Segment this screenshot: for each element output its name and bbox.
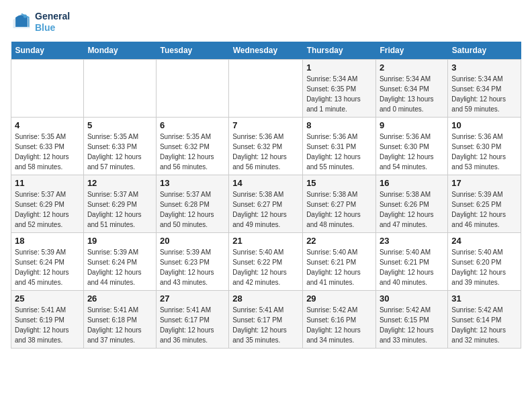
day-info: Sunrise: 5:36 AM Sunset: 6:31 PM Dayligh… bbox=[306, 132, 372, 172]
day-number: 30 bbox=[380, 293, 444, 304]
day-number: 7 bbox=[232, 120, 299, 130]
calendar-cell: 10Sunrise: 5:36 AM Sunset: 6:30 PM Dayli… bbox=[448, 117, 521, 175]
calendar-cell: 22Sunrise: 5:40 AM Sunset: 6:21 PM Dayli… bbox=[303, 232, 376, 290]
calendar-cell bbox=[156, 59, 228, 117]
svg-point-2 bbox=[24, 14, 27, 17]
day-info: Sunrise: 5:34 AM Sunset: 6:34 PM Dayligh… bbox=[380, 74, 444, 114]
calendar-cell: 25Sunrise: 5:41 AM Sunset: 6:19 PM Dayli… bbox=[11, 290, 84, 348]
day-number: 28 bbox=[232, 293, 299, 304]
day-info: Sunrise: 5:38 AM Sunset: 6:27 PM Dayligh… bbox=[232, 189, 299, 230]
calendar-cell: 14Sunrise: 5:38 AM Sunset: 6:27 PM Dayli… bbox=[229, 175, 303, 232]
day-info: Sunrise: 5:41 AM Sunset: 6:18 PM Dayligh… bbox=[87, 305, 152, 345]
day-info: Sunrise: 5:40 AM Sunset: 6:21 PM Dayligh… bbox=[380, 247, 444, 287]
day-number: 4 bbox=[15, 120, 80, 130]
calendar-cell: 1Sunrise: 5:34 AM Sunset: 6:35 PM Daylig… bbox=[303, 59, 376, 117]
calendar-table: SundayMondayTuesdayWednesdayThursdayFrid… bbox=[11, 42, 521, 349]
day-number: 11 bbox=[15, 178, 80, 188]
day-number: 2 bbox=[380, 62, 444, 73]
calendar-cell: 21Sunrise: 5:40 AM Sunset: 6:22 PM Dayli… bbox=[229, 232, 303, 290]
calendar-cell: 31Sunrise: 5:42 AM Sunset: 6:14 PM Dayli… bbox=[448, 290, 521, 348]
calendar-cell bbox=[229, 59, 303, 117]
calendar-cell: 2Sunrise: 5:34 AM Sunset: 6:34 PM Daylig… bbox=[375, 59, 447, 117]
day-number: 16 bbox=[380, 178, 444, 188]
calendar-cell: 26Sunrise: 5:41 AM Sunset: 6:18 PM Dayli… bbox=[83, 290, 156, 348]
day-number: 29 bbox=[306, 293, 372, 304]
day-info: Sunrise: 5:42 AM Sunset: 6:16 PM Dayligh… bbox=[306, 305, 372, 345]
day-number: 12 bbox=[87, 178, 152, 188]
day-number: 14 bbox=[232, 178, 299, 188]
day-number: 19 bbox=[87, 236, 152, 246]
day-info: Sunrise: 5:35 AM Sunset: 6:32 PM Dayligh… bbox=[160, 132, 225, 172]
calendar-body: 1Sunrise: 5:34 AM Sunset: 6:35 PM Daylig… bbox=[11, 59, 521, 348]
calendar-cell bbox=[11, 59, 84, 117]
day-info: Sunrise: 5:34 AM Sunset: 6:34 PM Dayligh… bbox=[451, 74, 517, 114]
calendar-cell: 9Sunrise: 5:36 AM Sunset: 6:30 PM Daylig… bbox=[375, 117, 447, 175]
day-number: 23 bbox=[380, 236, 444, 246]
calendar-week-3: 11Sunrise: 5:37 AM Sunset: 6:29 PM Dayli… bbox=[11, 175, 521, 232]
day-info: Sunrise: 5:36 AM Sunset: 6:30 PM Dayligh… bbox=[380, 132, 444, 172]
day-info: Sunrise: 5:41 AM Sunset: 6:17 PM Dayligh… bbox=[160, 305, 225, 345]
day-info: Sunrise: 5:37 AM Sunset: 6:29 PM Dayligh… bbox=[15, 189, 80, 230]
calendar-cell bbox=[83, 59, 156, 117]
day-header-thursday: Thursday bbox=[303, 42, 376, 60]
calendar-cell: 24Sunrise: 5:40 AM Sunset: 6:20 PM Dayli… bbox=[448, 232, 521, 290]
day-info: Sunrise: 5:40 AM Sunset: 6:20 PM Dayligh… bbox=[451, 247, 517, 287]
day-number: 27 bbox=[160, 293, 225, 304]
day-number: 26 bbox=[87, 293, 152, 304]
calendar-cell: 28Sunrise: 5:41 AM Sunset: 6:17 PM Dayli… bbox=[229, 290, 303, 348]
day-info: Sunrise: 5:39 AM Sunset: 6:24 PM Dayligh… bbox=[87, 247, 152, 287]
day-info: Sunrise: 5:40 AM Sunset: 6:21 PM Dayligh… bbox=[306, 247, 372, 287]
day-number: 24 bbox=[451, 236, 517, 246]
day-header-wednesday: Wednesday bbox=[229, 42, 303, 60]
calendar-cell: 18Sunrise: 5:39 AM Sunset: 6:24 PM Dayli… bbox=[11, 232, 84, 290]
day-header-sunday: Sunday bbox=[11, 42, 84, 60]
day-info: Sunrise: 5:35 AM Sunset: 6:33 PM Dayligh… bbox=[15, 132, 80, 172]
calendar-cell: 5Sunrise: 5:35 AM Sunset: 6:33 PM Daylig… bbox=[83, 117, 156, 175]
day-header-friday: Friday bbox=[375, 42, 447, 60]
day-number: 1 bbox=[306, 62, 372, 73]
day-number: 5 bbox=[87, 120, 152, 130]
day-number: 6 bbox=[160, 120, 225, 130]
calendar-cell: 17Sunrise: 5:39 AM Sunset: 6:25 PM Dayli… bbox=[448, 175, 521, 232]
day-number: 9 bbox=[380, 120, 444, 130]
calendar-cell: 29Sunrise: 5:42 AM Sunset: 6:16 PM Dayli… bbox=[303, 290, 376, 348]
calendar-cell: 15Sunrise: 5:38 AM Sunset: 6:27 PM Dayli… bbox=[303, 175, 376, 232]
calendar-week-2: 4Sunrise: 5:35 AM Sunset: 6:33 PM Daylig… bbox=[11, 117, 521, 175]
calendar-cell: 23Sunrise: 5:40 AM Sunset: 6:21 PM Dayli… bbox=[375, 232, 447, 290]
calendar-cell: 6Sunrise: 5:35 AM Sunset: 6:32 PM Daylig… bbox=[156, 117, 228, 175]
calendar-cell: 12Sunrise: 5:37 AM Sunset: 6:29 PM Dayli… bbox=[83, 175, 156, 232]
day-info: Sunrise: 5:36 AM Sunset: 6:30 PM Dayligh… bbox=[451, 132, 517, 172]
day-info: Sunrise: 5:36 AM Sunset: 6:32 PM Dayligh… bbox=[232, 132, 299, 172]
day-number: 8 bbox=[306, 120, 372, 130]
calendar-cell: 27Sunrise: 5:41 AM Sunset: 6:17 PM Dayli… bbox=[156, 290, 228, 348]
day-info: Sunrise: 5:42 AM Sunset: 6:15 PM Dayligh… bbox=[380, 305, 444, 345]
calendar-cell: 30Sunrise: 5:42 AM Sunset: 6:15 PM Dayli… bbox=[375, 290, 447, 348]
day-info: Sunrise: 5:41 AM Sunset: 6:17 PM Dayligh… bbox=[232, 305, 299, 345]
calendar-cell: 4Sunrise: 5:35 AM Sunset: 6:33 PM Daylig… bbox=[11, 117, 84, 175]
day-info: Sunrise: 5:38 AM Sunset: 6:27 PM Dayligh… bbox=[306, 189, 372, 230]
calendar-cell: 8Sunrise: 5:36 AM Sunset: 6:31 PM Daylig… bbox=[303, 117, 376, 175]
calendar-cell: 16Sunrise: 5:38 AM Sunset: 6:26 PM Dayli… bbox=[375, 175, 447, 232]
calendar-cell: 7Sunrise: 5:36 AM Sunset: 6:32 PM Daylig… bbox=[229, 117, 303, 175]
day-info: Sunrise: 5:40 AM Sunset: 6:22 PM Dayligh… bbox=[232, 247, 299, 287]
logo-text: General Blue bbox=[35, 11, 70, 34]
day-info: Sunrise: 5:41 AM Sunset: 6:19 PM Dayligh… bbox=[15, 305, 80, 345]
calendar-week-4: 18Sunrise: 5:39 AM Sunset: 6:24 PM Dayli… bbox=[11, 232, 521, 290]
day-info: Sunrise: 5:35 AM Sunset: 6:33 PM Dayligh… bbox=[87, 132, 152, 172]
day-number: 22 bbox=[306, 236, 372, 246]
day-info: Sunrise: 5:42 AM Sunset: 6:14 PM Dayligh… bbox=[451, 305, 517, 345]
day-number: 21 bbox=[232, 236, 299, 246]
day-info: Sunrise: 5:37 AM Sunset: 6:29 PM Dayligh… bbox=[87, 189, 152, 230]
logo-icon bbox=[11, 11, 32, 33]
calendar-cell: 20Sunrise: 5:39 AM Sunset: 6:23 PM Dayli… bbox=[156, 232, 228, 290]
day-number: 25 bbox=[15, 293, 80, 304]
day-info: Sunrise: 5:39 AM Sunset: 6:25 PM Dayligh… bbox=[451, 189, 517, 230]
day-number: 31 bbox=[451, 293, 517, 304]
day-number: 15 bbox=[306, 178, 372, 188]
page-header: General Blue bbox=[11, 11, 521, 34]
day-number: 10 bbox=[451, 120, 517, 130]
calendar-cell: 3Sunrise: 5:34 AM Sunset: 6:34 PM Daylig… bbox=[448, 59, 521, 117]
day-info: Sunrise: 5:39 AM Sunset: 6:24 PM Dayligh… bbox=[15, 247, 80, 287]
day-number: 3 bbox=[451, 62, 517, 73]
day-info: Sunrise: 5:37 AM Sunset: 6:28 PM Dayligh… bbox=[160, 189, 225, 230]
